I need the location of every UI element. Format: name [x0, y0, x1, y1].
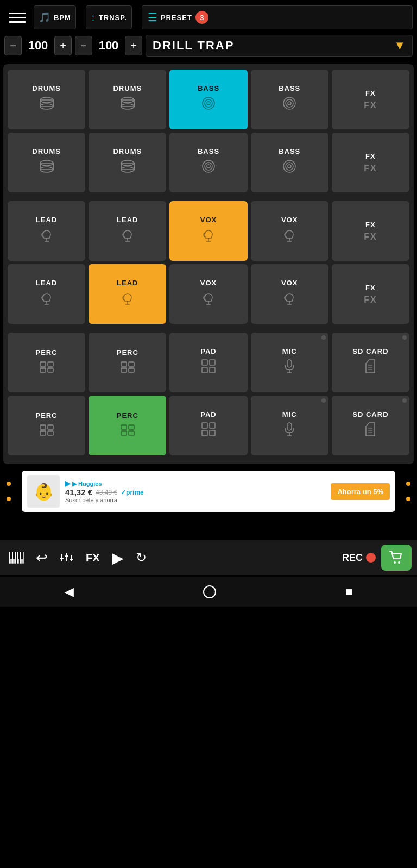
recent-button[interactable]: ■: [345, 585, 352, 599]
menu-button[interactable]: [4, 8, 30, 27]
pad-cell-label: BASS: [198, 147, 219, 155]
trnsp-plus-button[interactable]: +: [125, 36, 142, 55]
svg-rect-91: [13, 552, 15, 559]
svg-rect-72: [121, 431, 127, 435]
pad-cell-2-0[interactable]: LEAD: [8, 201, 85, 261]
pad-cell-label: BASS: [198, 84, 219, 92]
pad-cell-4-2[interactable]: PAD: [169, 333, 247, 392]
pad-cell-5-2[interactable]: PAD: [169, 396, 247, 455]
preset-section[interactable]: ☰ PRESET 3: [142, 5, 413, 29]
svg-rect-73: [129, 431, 134, 435]
pad-cell-1-1[interactable]: DRUMS: [89, 133, 166, 192]
pad-cell-3-1[interactable]: LEAD: [89, 264, 166, 324]
svg-rect-66: [40, 425, 46, 429]
pad-cell-2-2[interactable]: VOX: [169, 201, 247, 261]
pad-cell-icon-perc: [39, 423, 54, 440]
pad-cell-label: PAD: [200, 410, 216, 419]
pad-cell-1-3[interactable]: BASS: [251, 133, 328, 192]
svg-rect-77: [210, 430, 215, 436]
pad-cell-2-3[interactable]: VOX: [251, 201, 328, 261]
pad-cell-1-4[interactable]: FXFX: [332, 133, 409, 192]
pad-cell-label: VOX: [200, 216, 217, 224]
bpm-minus-button[interactable]: −: [4, 36, 22, 55]
pad-cell-label: FX: [365, 89, 376, 97]
cell-dot-indicator: [321, 335, 326, 340]
cart-button[interactable]: [381, 545, 412, 571]
preset-icon: ☰: [148, 11, 157, 24]
svg-rect-48: [40, 362, 46, 366]
pad-cell-0-4[interactable]: FXFX: [332, 70, 409, 129]
pad-cell-4-1[interactable]: PERC: [89, 333, 166, 392]
pad-cell-icon-fx: FX: [364, 164, 377, 173]
pad-cell-4-4[interactable]: SD CARD: [332, 333, 409, 392]
bottom-toolbar: ↩ FX ▶ ↻ REC: [0, 540, 417, 575]
svg-rect-76: [202, 430, 207, 436]
pad-cell-5-4[interactable]: SD CARD: [332, 396, 409, 455]
ad-image: 👶: [27, 475, 60, 508]
pad-cell-5-0[interactable]: PERC: [8, 396, 85, 455]
pad-row-4: PERC PERC PAD MIC: [8, 333, 409, 392]
pad-cell-2-1[interactable]: LEAD: [89, 201, 166, 261]
preset-label: PRESET: [161, 14, 192, 22]
fx-button[interactable]: FX: [83, 549, 103, 566]
svg-rect-69: [48, 431, 53, 435]
rec-label: REC: [342, 552, 363, 564]
pad-cell-icon-vox: [282, 290, 296, 309]
ad-logo: ▶ ▶ Huggies: [65, 479, 325, 488]
svg-point-101: [398, 561, 400, 564]
chevron-down-icon[interactable]: ▼: [394, 39, 406, 53]
svg-rect-17: [40, 163, 53, 170]
mixer-button[interactable]: [56, 549, 77, 566]
ad-price-old: 43,49 €: [96, 489, 117, 496]
svg-rect-52: [121, 362, 127, 366]
trnsp-minus-button[interactable]: −: [75, 36, 92, 55]
home-button[interactable]: [203, 585, 217, 599]
pad-cell-2-4[interactable]: FXFX: [332, 201, 409, 261]
pad-cell-icon-lead: [40, 290, 54, 309]
pad-cell-3-4[interactable]: FXFX: [332, 264, 409, 324]
svg-rect-70: [121, 425, 127, 429]
pad-cell-3-0[interactable]: LEAD: [8, 264, 85, 324]
pad-cell-5-3[interactable]: MIC: [251, 396, 328, 455]
ad-banner[interactable]: 👶 ▶ ▶ Huggies 41,32 € 43,49 € ✓prime Sus…: [22, 471, 395, 512]
preset-name: DRILL TRAP: [153, 39, 234, 53]
bpm-plus-button[interactable]: +: [54, 36, 72, 55]
play-button[interactable]: ▶: [109, 547, 127, 569]
ad-prime-label: ✓prime: [121, 489, 144, 496]
pad-cell-0-2[interactable]: BASS: [169, 70, 247, 129]
pad-cell-label: DRUMS: [113, 84, 142, 92]
cell-dot-indicator: [402, 398, 407, 403]
preset-name-section[interactable]: DRILL TRAP ▼: [146, 35, 413, 57]
pad-cell-0-0[interactable]: DRUMS: [8, 70, 85, 129]
back-button[interactable]: ◀: [65, 585, 74, 599]
pad-cell-4-0[interactable]: PERC: [8, 333, 85, 392]
pad-cell-1-2[interactable]: BASS: [169, 133, 247, 192]
pad-cell-label: DRUMS: [113, 147, 142, 155]
pad-cell-label: PERC: [36, 348, 58, 357]
pad-cell-icon-bass: [282, 96, 297, 115]
piano-button[interactable]: [5, 549, 27, 566]
rec-dot[interactable]: [366, 553, 376, 563]
controls-row: − 100 + − 100 + DRILL TRAP ▼: [0, 33, 417, 61]
pad-cell-label: SD CARD: [352, 410, 388, 419]
pad-cell-icon-pad: [201, 422, 216, 441]
pad-cell-icon-vox: [201, 227, 216, 246]
trnsp-value: 100: [96, 39, 122, 53]
pad-cell-0-3[interactable]: BASS: [251, 70, 328, 129]
pad-cell-icon-drums: [119, 96, 136, 115]
pad-cell-3-2[interactable]: VOX: [169, 264, 247, 324]
pad-cell-icon-bass: [201, 159, 216, 178]
pad-cell-3-3[interactable]: VOX: [251, 264, 328, 324]
pad-cell-icon-vox: [282, 227, 296, 246]
pad-cell-1-0[interactable]: DRUMS: [8, 133, 85, 192]
loop-button[interactable]: ↻: [132, 548, 150, 567]
pad-cell-5-1[interactable]: PERC: [89, 396, 166, 455]
ad-cta-button[interactable]: Ahorra un 5%: [331, 483, 390, 500]
undo-button[interactable]: ↩: [33, 547, 51, 569]
pad-cell-0-1[interactable]: DRUMS: [89, 70, 166, 129]
pad-cell-label: VOX: [281, 279, 298, 287]
preset-badge: 3: [195, 11, 208, 24]
pad-cell-icon-drums: [39, 96, 55, 115]
pad-cell-4-3[interactable]: MIC: [251, 333, 328, 392]
svg-rect-1: [40, 100, 53, 107]
